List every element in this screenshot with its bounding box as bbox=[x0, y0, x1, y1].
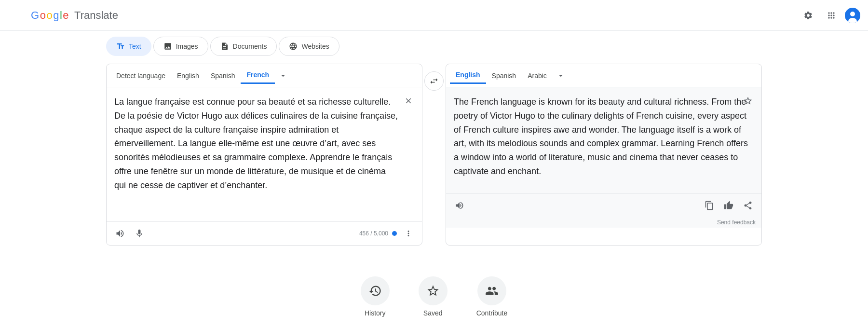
tab-documents-label: Documents bbox=[233, 42, 267, 50]
active-indicator bbox=[392, 231, 397, 236]
tab-documents[interactable]: Documents bbox=[210, 37, 277, 56]
contribute-label: Contribute bbox=[476, 309, 508, 317]
history-label: History bbox=[365, 309, 386, 317]
tab-websites-label: Websites bbox=[301, 42, 329, 50]
saved-label: Saved bbox=[423, 309, 443, 317]
source-footer-left bbox=[112, 226, 147, 241]
target-lang-english[interactable]: English bbox=[450, 67, 486, 84]
share-translation-button[interactable] bbox=[740, 198, 756, 213]
header-left: Google Translate bbox=[8, 6, 118, 25]
nav-saved[interactable]: Saved bbox=[419, 276, 448, 317]
target-text-area: The French language is known for its bea… bbox=[446, 87, 761, 193]
source-lang-more-button[interactable] bbox=[275, 69, 291, 82]
mode-tabs: Text Images Documents Websites bbox=[0, 31, 868, 62]
voice-input-button[interactable] bbox=[132, 226, 147, 241]
logo-letter-g1: G bbox=[31, 9, 39, 22]
source-lang-french[interactable]: French bbox=[241, 67, 275, 84]
apps-button[interactable] bbox=[822, 6, 841, 25]
source-lang-english[interactable]: English bbox=[171, 68, 205, 83]
translation-area: Detect language English Spanish French L… bbox=[0, 64, 868, 246]
source-lang-detect[interactable]: Detect language bbox=[110, 68, 171, 83]
copy-translation-button[interactable] bbox=[702, 198, 717, 213]
source-text[interactable]: La langue française est connue pour sa b… bbox=[114, 95, 399, 192]
logo-letter-e: e bbox=[63, 9, 68, 22]
svg-point-1 bbox=[850, 12, 855, 16]
target-footer bbox=[446, 193, 761, 217]
target-lang-arabic[interactable]: Arabic bbox=[522, 68, 553, 83]
nav-history[interactable]: History bbox=[361, 276, 390, 317]
send-feedback-label[interactable]: Send feedback bbox=[717, 219, 756, 226]
target-footer-right bbox=[702, 198, 756, 213]
source-panel: Detect language English Spanish French L… bbox=[106, 64, 422, 246]
source-text-area: La langue française est connue pour sa b… bbox=[107, 87, 422, 221]
google-logo: Google bbox=[31, 9, 68, 22]
tab-images-label: Images bbox=[176, 42, 198, 50]
target-panel: English Spanish Arabic The French langua… bbox=[446, 64, 762, 246]
send-feedback[interactable]: Send feedback bbox=[446, 217, 761, 228]
bottom-nav: History Saved Contribute bbox=[0, 269, 868, 325]
source-char-count-area: 456 / 5,000 bbox=[359, 226, 416, 241]
target-listen-button[interactable] bbox=[452, 198, 467, 213]
settings-button[interactable] bbox=[799, 6, 818, 25]
source-lang-spanish[interactable]: Spanish bbox=[205, 68, 241, 83]
source-listen-button[interactable] bbox=[112, 226, 128, 241]
avatar[interactable] bbox=[845, 8, 860, 23]
logo-letter-l: l bbox=[60, 9, 62, 22]
hamburger-menu-button[interactable] bbox=[8, 6, 27, 25]
app-title: Translate bbox=[74, 9, 118, 22]
char-count: 456 / 5,000 bbox=[359, 230, 388, 237]
tab-text[interactable]: Text bbox=[106, 37, 151, 56]
target-lang-more-button[interactable] bbox=[553, 69, 569, 82]
history-icon-circle[interactable] bbox=[361, 276, 390, 305]
tab-text-label: Text bbox=[129, 42, 141, 50]
rate-translation-button[interactable] bbox=[721, 198, 736, 213]
target-lang-spanish[interactable]: Spanish bbox=[486, 68, 522, 83]
logo-letter-g2: g bbox=[53, 9, 59, 22]
target-text: The French language is known for its bea… bbox=[454, 95, 754, 178]
contribute-icon-circle[interactable] bbox=[477, 276, 506, 305]
app-header: Google Translate bbox=[0, 0, 868, 31]
tab-images[interactable]: Images bbox=[153, 37, 208, 56]
target-lang-bar: English Spanish Arabic bbox=[446, 64, 761, 87]
more-options-button[interactable] bbox=[401, 226, 416, 241]
saved-icon-circle[interactable] bbox=[419, 276, 448, 305]
clear-source-button[interactable] bbox=[401, 93, 416, 109]
source-footer: 456 / 5,000 bbox=[107, 221, 422, 245]
header-right bbox=[799, 6, 860, 25]
save-translation-button[interactable] bbox=[740, 93, 756, 109]
source-lang-bar: Detect language English Spanish French bbox=[107, 64, 422, 87]
nav-contribute[interactable]: Contribute bbox=[476, 276, 508, 317]
swap-area bbox=[422, 64, 446, 246]
swap-languages-button[interactable] bbox=[424, 71, 444, 91]
logo-letter-o1: o bbox=[40, 9, 46, 22]
logo-letter-o2: o bbox=[46, 9, 52, 22]
tab-websites[interactable]: Websites bbox=[279, 37, 339, 56]
